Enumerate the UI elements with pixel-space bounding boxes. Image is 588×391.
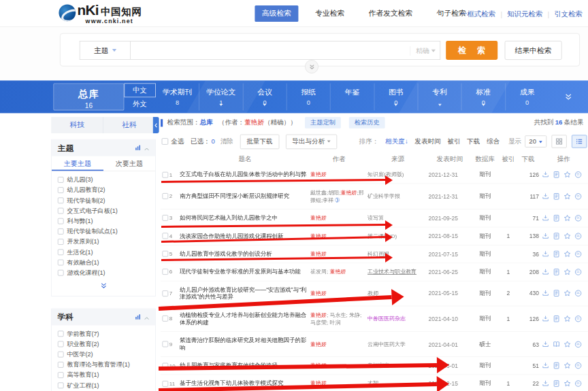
expand-search-chevron[interactable]	[305, 60, 318, 73]
filter-tab-次要主题[interactable]: 次要主题	[103, 156, 155, 171]
download-icon[interactable]	[542, 232, 549, 239]
result-download-count[interactable]: 22	[517, 381, 539, 388]
result-title[interactable]: 动植物检疫专业人才培养与创新创业能力培养融合体系的构建	[180, 311, 310, 326]
search-field-select[interactable]: 主题	[80, 41, 130, 60]
result-source[interactable]: 第二课堂(D)	[368, 232, 429, 239]
filter-item[interactable]: 现代学徒制试点(1)	[52, 226, 155, 237]
author[interactable]: 崔发周;	[310, 269, 329, 275]
filter-checkbox[interactable]	[58, 228, 64, 235]
cite-icon[interactable]	[574, 290, 582, 297]
html-read-icon[interactable]	[553, 362, 560, 369]
grid-view-button[interactable]	[551, 135, 566, 148]
db-category-学位论文[interactable]: 学位论文1	[199, 83, 242, 110]
filter-item[interactable]: 矿业工程(1)	[52, 380, 155, 390]
db-category-学术期刊[interactable]: 学术期刊8	[156, 83, 199, 110]
filter-checkbox[interactable]	[58, 187, 64, 193]
search-history-chip[interactable]: 检索历史	[349, 117, 385, 129]
favorite-icon[interactable]	[564, 171, 571, 178]
favorite-icon[interactable]	[564, 192, 571, 200]
sidebar-tab-社科[interactable]: 社科	[103, 117, 156, 133]
download-icon[interactable]	[542, 214, 549, 222]
result-title[interactable]: 现代学徒制专业教学标准的开发原则与基本功能	[180, 268, 310, 275]
favorite-icon[interactable]	[564, 315, 571, 322]
html-read-icon[interactable]	[553, 268, 560, 275]
result-title[interactable]: 如何将民间艺术融入到幼儿园教学之中	[180, 214, 310, 222]
filter-item[interactable]: 交互式电子白板(1)	[52, 205, 155, 216]
row-checkbox[interactable]	[162, 290, 168, 296]
result-title[interactable]: 紫连膏治疗肛裂的临床研究及对相关细胞因子的影响	[180, 337, 310, 352]
sort-bars-icon[interactable]	[135, 143, 141, 152]
sort-综合[interactable]: 综合	[487, 137, 500, 145]
db-total[interactable]: 总库 16	[53, 83, 124, 110]
db-category-报纸[interactable]: 报纸0	[287, 83, 330, 110]
precision-select[interactable]: 精确	[410, 46, 436, 56]
download-icon[interactable]	[542, 268, 549, 275]
highlight-author[interactable]: 董艳娇	[340, 189, 357, 195]
result-title[interactable]: 基于生活化视角下幼儿体验教学模式探究	[180, 380, 310, 388]
result-source[interactable]: 知识窗(教师版)	[368, 171, 429, 178]
filter-item[interactable]: 幼儿园(3)	[52, 175, 155, 185]
filter-item[interactable]: 高等教育(1)	[52, 370, 155, 380]
result-source[interactable]: 读写算	[368, 214, 429, 222]
result-title[interactable]: 浅谈家园合作助推幼儿园游戏化课程创新	[180, 232, 310, 239]
filter-checkbox[interactable]	[58, 341, 64, 347]
filter-checkbox[interactable]	[58, 352, 64, 358]
sidebar-collapse-button[interactable]	[153, 117, 159, 133]
html-read-icon[interactable]	[553, 380, 560, 388]
db-category-图书[interactable]: 图书0	[374, 83, 417, 110]
highlight-author[interactable]: 董艳娇	[310, 233, 327, 239]
favorite-icon[interactable]	[564, 232, 571, 239]
result-download-count[interactable]: 117	[517, 193, 539, 200]
download-icon[interactable]	[542, 380, 549, 388]
cite-icon[interactable]	[574, 232, 582, 239]
download-icon[interactable]	[542, 250, 549, 258]
result-authors[interactable]: 董艳娇	[310, 232, 368, 239]
row-checkbox[interactable]	[162, 341, 168, 347]
cite-icon[interactable]	[574, 192, 582, 200]
db-category-成果[interactable]: 成果0	[505, 83, 549, 110]
show-more-chevron-icon[interactable]	[52, 279, 155, 296]
result-title[interactable]: 幼儿园教育与家庭教育有效结合的途径	[180, 362, 310, 369]
filter-item[interactable]: 游戏化课程(1)	[52, 268, 155, 278]
cite-icon[interactable]	[574, 315, 582, 322]
result-download-count[interactable]: 138	[517, 233, 539, 239]
filter-checkbox[interactable]	[58, 260, 64, 266]
filter-checkbox[interactable]	[58, 218, 64, 224]
result-download-count[interactable]: 208	[517, 269, 539, 275]
cite-icon[interactable]	[574, 362, 582, 369]
favorite-icon[interactable]	[564, 250, 571, 258]
db-category-专利[interactable]: 专利	[418, 83, 461, 110]
chevron-up-icon[interactable]	[144, 312, 149, 322]
page-size-select[interactable]: 20	[525, 135, 546, 148]
filter-checkbox[interactable]	[58, 208, 64, 214]
filter-checkbox[interactable]	[58, 372, 64, 378]
filter-tab-主要主题[interactable]: 主要主题	[52, 156, 103, 171]
result-authors[interactable]: 董艳娇	[310, 380, 368, 388]
result-authors[interactable]: 董艳娇	[310, 341, 368, 348]
download-icon[interactable]	[542, 171, 549, 178]
search-in-results-button[interactable]: 结果中检索	[505, 41, 562, 60]
result-source[interactable]: 教师	[368, 290, 429, 297]
html-read-icon[interactable]	[553, 232, 560, 239]
download-icon[interactable]	[542, 290, 549, 297]
download-icon[interactable]	[542, 315, 549, 322]
select-all-checkbox[interactable]	[162, 138, 169, 145]
sort-发表时间[interactable]: 发表时间	[414, 137, 440, 145]
filter-item[interactable]: 现代学徒制(2)	[52, 195, 155, 205]
download-icon[interactable]	[542, 340, 549, 347]
scope-database[interactable]: 总库	[200, 118, 213, 128]
cite-icon[interactable]	[574, 268, 582, 275]
row-checkbox[interactable]	[162, 316, 168, 322]
result-download-count[interactable]: 36	[517, 250, 539, 257]
nav-tab-作者发文检索[interactable]: 作者发文检索	[361, 5, 420, 22]
result-download-count[interactable]: 430	[517, 290, 539, 297]
sort-相关度[interactable]: 相关度↓	[385, 137, 408, 145]
clear-selection-button[interactable]: 清除	[220, 137, 233, 146]
html-read-icon[interactable]	[553, 315, 560, 322]
favorite-icon[interactable]	[564, 290, 571, 297]
nav-tab-高级检索[interactable]: 高级检索	[255, 5, 298, 22]
filter-item[interactable]: 学前教育(7)	[52, 328, 155, 339]
filter-checkbox[interactable]	[58, 249, 64, 255]
search-input[interactable]: 精确	[130, 41, 440, 60]
filter-item[interactable]: 中医学(2)	[52, 350, 155, 360]
